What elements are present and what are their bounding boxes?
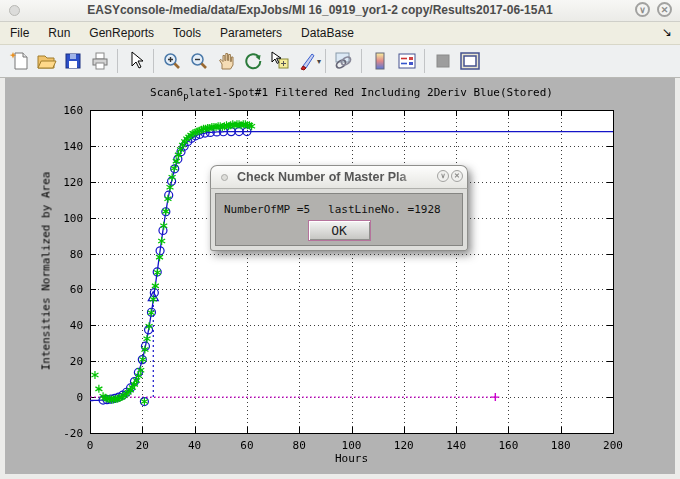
toolbar-separator [325,49,326,73]
plot-canvas [5,78,675,474]
toolbar-separator [424,49,425,73]
window-shade-button[interactable]: ∨ [635,2,650,17]
easyconsole-window: EASYconsole-/media/data/ExpJobs/MI 16_09… [0,0,680,479]
window-menu-icon[interactable] [9,5,20,16]
window-close-button[interactable]: ✕ [657,2,672,17]
new-figure-icon[interactable] [5,48,32,75]
figure-canvas-background: Scan6plate1-Spot#1 Filtered Red Includin… [5,78,675,474]
menu-file[interactable]: File [10,26,29,40]
dialog-title: Check Number of Master Pla [237,170,431,184]
dialog-close-button[interactable]: ✕ [451,170,463,182]
edit-plot-cursor-icon[interactable] [122,48,149,75]
menu-tools[interactable]: Tools [173,26,201,40]
dialog-titlebar[interactable]: Check Number of Master Pla ∨ ✕ [210,165,468,189]
toolbar-separator [361,49,362,73]
dialog-body: NumberOfMP =5lastLineNo. =1928 OK [210,189,468,251]
check-number-dialog: Check Number of Master Pla ∨ ✕ NumberOfM… [210,165,468,251]
hide-plot-tools-icon[interactable] [429,48,456,75]
menu-parameters[interactable]: Parameters [220,26,282,40]
insert-colorbar-icon[interactable] [366,48,393,75]
toolbar-separator [117,49,118,73]
brush-dropdown-caret[interactable]: ▾ [317,57,321,66]
pan-hand-icon[interactable] [212,48,239,75]
menu-run[interactable]: Run [48,26,70,40]
menu-pin-icon[interactable]: ↘ [662,25,672,39]
dialog-shade-button[interactable]: ∨ [437,170,449,182]
data-cursor-icon[interactable] [266,48,293,75]
window-title: EASYconsole-/media/data/ExpJobs/MI 16_09… [40,3,600,17]
window-controls: ∨ ✕ [635,2,672,17]
menu-genreports[interactable]: GenReports [89,26,154,40]
brush-icon[interactable] [293,48,320,75]
zoom-out-icon[interactable] [185,48,212,75]
menu-database[interactable]: DataBase [301,26,354,40]
figure-area: Scan6plate1-Spot#1 Filtered Red Includin… [0,78,680,479]
last-line-no-value: lastLineNo. =1928 [328,203,441,216]
insert-legend-icon[interactable] [393,48,420,75]
dialog-menu-icon[interactable] [221,174,228,181]
link-plot-icon[interactable] [330,48,357,75]
dialog-panel: NumberOfMP =5lastLineNo. =1928 OK [215,193,463,246]
show-plot-tools-dock-icon[interactable] [456,48,483,75]
menu-bar: File Run GenReports Tools Parameters Dat… [0,22,680,45]
plot-title: Scan6plate1-Spot#1 Filtered Red Includin… [90,86,613,101]
window-titlebar: EASYconsole-/media/data/ExpJobs/MI 16_09… [0,0,680,22]
dialog-message: NumberOfMP =5lastLineNo. =1928 [216,203,462,216]
x-axis-label: Hours [90,452,613,465]
toolbar-separator [153,49,154,73]
rotate-3d-icon[interactable] [239,48,266,75]
toolbar: ▾ [0,45,680,78]
open-file-icon[interactable] [32,48,59,75]
zoom-in-icon[interactable] [158,48,185,75]
save-icon[interactable] [59,48,86,75]
ok-button[interactable]: OK [308,220,371,241]
print-icon[interactable] [86,48,113,75]
number-of-mp-value: NumberOfMP =5 [224,203,310,216]
y-axis-label: Intensities Normalized by Area [40,172,53,371]
